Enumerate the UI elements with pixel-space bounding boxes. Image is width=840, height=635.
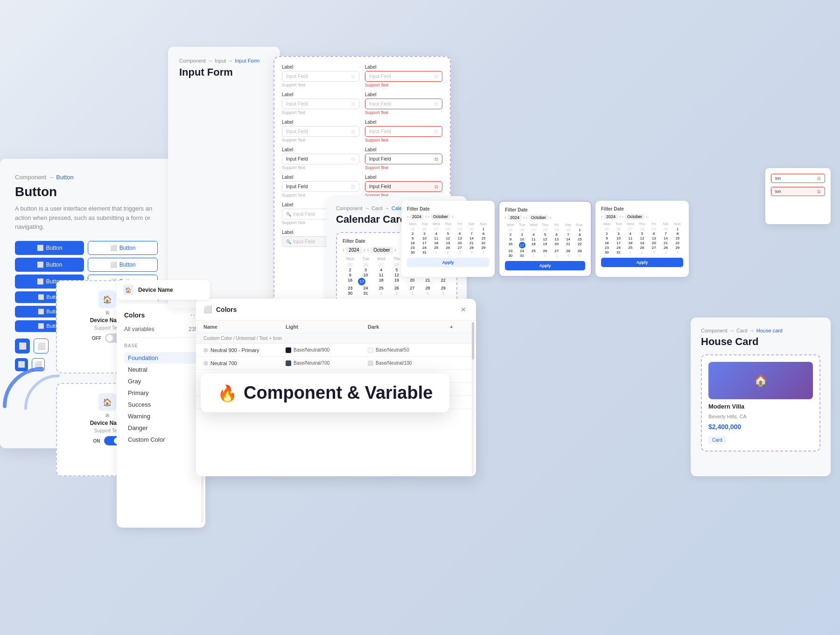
field-group-3: Label Input Field⊡ Support Text xyxy=(282,120,359,142)
colors-panel: Colors ··· All variables 235 Base Founda… xyxy=(117,303,205,528)
cal-prev[interactable]: ‹ xyxy=(343,247,344,253)
field-group-5: Label Input Field⊡ Support Text xyxy=(282,175,359,198)
mc3-prev[interactable]: ‹ xyxy=(601,214,602,219)
big-title-overlay: 🔥 Component & Variable xyxy=(201,374,449,412)
btn-outline-icon-1[interactable]: ⬜Button xyxy=(88,241,158,255)
color-item-neutral[interactable]: Neutral xyxy=(124,364,198,375)
flame-icon: 🔥 xyxy=(217,384,237,402)
var-table-scrollbar xyxy=(472,322,474,474)
btn-outline-icon-2[interactable]: ⬜Button xyxy=(88,258,158,272)
color-item-success[interactable]: Success xyxy=(124,399,198,410)
field-input-r1[interactable]: Input Field⊡ xyxy=(365,71,442,82)
mc1-mprev[interactable]: ‹ xyxy=(428,214,429,219)
field-input-4[interactable]: Input Field⊡ xyxy=(282,154,359,164)
color-item-foundation[interactable]: Foundation xyxy=(124,352,198,364)
field-group-r2: Label Input Field⊡ Support Text xyxy=(365,92,442,115)
field-group-2: Label Input Field⊡ Support Text xyxy=(282,92,359,115)
mc3-apply-btn[interactable]: Apply xyxy=(601,258,683,267)
color-item-gray[interactable]: Gray xyxy=(124,375,198,387)
big-title-text: Component & Variable xyxy=(244,383,433,403)
btn-icon-primary-1[interactable]: ⬜ xyxy=(15,339,30,353)
input-section-card: Component → Input → Input Form Input For… xyxy=(168,47,280,308)
color-item-warning[interactable]: Warning xyxy=(124,410,198,422)
var-row-2: ◎ Neutral 700 Base/Neutral/700 Base/Neut… xyxy=(196,357,476,370)
cal-month-chip: October xyxy=(371,247,393,254)
field-label-1: Label xyxy=(282,64,359,70)
house-link[interactable]: House card xyxy=(756,328,783,333)
field-label-r2: Label xyxy=(365,92,442,97)
mc2-prev[interactable]: ‹ xyxy=(505,215,506,220)
color-item-primary[interactable]: Primary xyxy=(124,387,198,399)
var-close-btn[interactable]: ✕ xyxy=(458,304,469,315)
mc1-next[interactable]: › xyxy=(425,214,427,219)
button-description: A button is a user interface element tha… xyxy=(15,204,158,232)
field-label-2: Label xyxy=(282,92,359,97)
color-item-custom[interactable]: Custom Color xyxy=(124,434,198,445)
button-breadcrumb: Component → Button xyxy=(15,174,158,181)
field-input-r4[interactable]: Input Field⊡ xyxy=(365,154,442,164)
var-icon: ⬜ xyxy=(203,305,212,314)
mc3-next[interactable]: › xyxy=(619,214,621,219)
field-label-r5: Label xyxy=(365,175,442,180)
cal-year-chip: 2024 xyxy=(346,247,362,254)
cal-next[interactable]: › xyxy=(364,247,365,253)
mini-cal-3: Filter Date ‹ 2024 › ‹ October › MonTueW… xyxy=(595,201,689,277)
device-top-bar: 🏠 Device Name xyxy=(117,280,210,300)
var-table-thumb[interactable] xyxy=(472,322,474,360)
field-input-r3[interactable]: Input Field⊡ xyxy=(365,126,442,137)
device-icon-box-1: 🏠 xyxy=(98,290,116,308)
house-section-card: Component → Card → House card House Card… xyxy=(691,318,831,476)
mc1-mnext[interactable]: › xyxy=(452,214,453,219)
input-section-title: Input Form xyxy=(179,66,269,78)
field-input-5[interactable]: Input Field⊡ xyxy=(282,181,359,192)
mc2-next[interactable]: › xyxy=(523,215,525,220)
mc1-prev[interactable]: ‹ xyxy=(407,214,408,219)
house-card-sub: Beverly Hills, CA xyxy=(708,414,813,419)
btn-primary-icon-1[interactable]: ⬜Button xyxy=(15,241,84,255)
field-support-4: Support Text xyxy=(282,165,359,170)
var-header: ⬜ Colors ✕ xyxy=(196,299,476,321)
mc3-mnext[interactable]: › xyxy=(646,214,647,219)
device-icon-box-2: 🏠 xyxy=(98,393,116,411)
var-path-row: Custom Color / Universal / Text + Icon xyxy=(196,333,476,344)
btn-icon-outline-1[interactable]: ⬜ xyxy=(34,339,49,353)
house-card-price: $2,400,000 xyxy=(708,423,813,430)
mc2-apply-btn[interactable]: Apply xyxy=(505,261,585,270)
colors-title: Colors xyxy=(124,311,145,319)
var-table-header: Name Light Dark + xyxy=(196,321,476,333)
btn-primary-icon-2[interactable]: ⬜Button xyxy=(15,258,84,272)
mc3-mprev[interactable]: ‹ xyxy=(622,214,623,219)
mc2-mprev[interactable]: ‹ xyxy=(526,215,527,220)
field-group-r1: Label Input Field⊡ Support Text xyxy=(365,64,442,87)
field-support-2: Support Text xyxy=(282,110,359,115)
field-label-3: Label xyxy=(282,120,359,125)
field-label-4: Label xyxy=(282,147,359,152)
field-support-1: Support Text xyxy=(282,83,359,87)
field-group-r5: Label Input Field⊡ Support Text xyxy=(365,175,442,198)
field-label-5: Label xyxy=(282,175,359,180)
field-group-r3: Label Input Field⊡ Support Text xyxy=(365,120,442,142)
input-link[interactable]: Input Form xyxy=(235,58,259,64)
mini-cal-1: Filter Date ‹ 2024 › ‹ October › MonTueW… xyxy=(401,201,495,277)
right-input-snippet: ton⊡ ton⊡ xyxy=(765,168,831,224)
all-vars-row: All variables 235 xyxy=(124,326,198,338)
field-input-3[interactable]: Input Field⊡ xyxy=(282,126,359,137)
field-input-r2[interactable]: Input Field⊡ xyxy=(365,99,442,109)
device-top-name: Device Name xyxy=(138,287,173,293)
field-input-r5[interactable]: Input Field⊡ xyxy=(365,181,442,192)
mc2-mnext[interactable]: › xyxy=(550,215,551,220)
color-item-danger[interactable]: Danger xyxy=(124,422,198,434)
colors-list: Foundation Neutral Gray Primary Success … xyxy=(124,352,198,445)
field-label-r1: Label xyxy=(365,64,442,70)
cal-prev2[interactable]: ‹ xyxy=(367,247,369,253)
house-breadcrumb: Component → Card → House card xyxy=(701,328,820,333)
house-img: 🏠 xyxy=(708,362,813,399)
mc1-apply-btn[interactable]: Apply xyxy=(407,258,489,267)
field-support-r2: Support Text xyxy=(365,110,442,115)
device-top-icon: 🏠 xyxy=(123,285,133,295)
field-input-1[interactable]: Input Field⊡ xyxy=(282,71,359,82)
off-label: OFF xyxy=(92,336,101,341)
on-label: ON xyxy=(93,438,100,444)
cal-next2[interactable]: › xyxy=(395,247,396,253)
field-input-2[interactable]: Input Field⊡ xyxy=(282,99,359,109)
